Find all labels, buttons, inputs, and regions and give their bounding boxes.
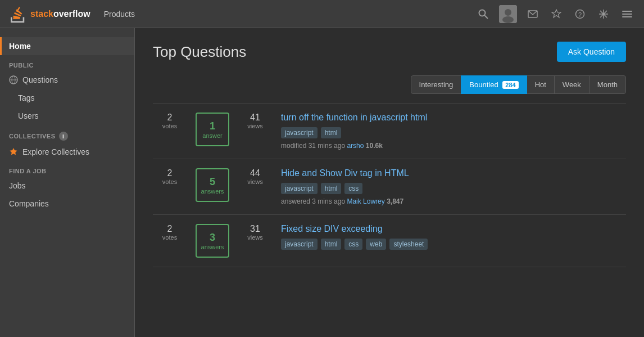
sidebar-find-job-label: FIND A JOB	[0, 161, 134, 177]
tab-week-label: Week	[563, 80, 581, 89]
tag-javascript[interactable]: javascript	[281, 127, 318, 138]
q-rep: 3,847	[387, 197, 403, 205]
sidebar-companies-label: Companies	[9, 199, 49, 208]
q-tags: javascript html css	[281, 183, 626, 194]
sidebar-item-home[interactable]: Home	[0, 37, 134, 55]
questions-list: 2 votes 1 answer 41 views turn off the f…	[153, 103, 626, 267]
collectives-info-icon[interactable]: i	[59, 132, 68, 141]
q-views-stat: 44 views	[238, 168, 272, 185]
nav-products[interactable]: Products	[104, 10, 135, 19]
svg-rect-15	[622, 14, 632, 15]
tab-month[interactable]: Month	[589, 75, 626, 94]
logo-text-before: stack	[30, 9, 53, 19]
sidebar-tags-label: Tags	[18, 93, 35, 102]
q-votes-stat: 2 votes	[153, 224, 187, 241]
votes-label: votes	[162, 234, 177, 241]
inbox-icon[interactable]	[525, 6, 541, 22]
views-label: views	[247, 178, 263, 185]
topbar: stackoverflow Products ?	[0, 0, 644, 28]
svg-point-13	[602, 13, 605, 15]
sidebar-item-jobs[interactable]: Jobs	[0, 177, 134, 195]
page-title: Top Questions	[153, 43, 246, 61]
votes-value: 2	[162, 224, 177, 234]
answers-label: answers	[201, 244, 224, 250]
q-answers-box: 5 answers	[196, 168, 229, 202]
avatar-icon[interactable]	[499, 5, 517, 23]
tab-bountied[interactable]: Bountied 284	[461, 75, 527, 94]
q-votes-stat: 2 votes	[153, 113, 187, 129]
answers-label: answers	[201, 188, 224, 195]
q-title-link[interactable]: turn off the function in javascript html	[281, 113, 626, 123]
explore-collectives-label: Explore Collectives	[22, 147, 89, 156]
q-answers-box: 1 answer	[196, 113, 229, 146]
achievements-icon[interactable]	[548, 6, 564, 22]
svg-line-1	[484, 15, 488, 19]
sidebar-item-tags[interactable]: Tags	[0, 89, 134, 107]
sidebar-item-companies[interactable]: Companies	[0, 195, 134, 213]
ask-question-button[interactable]: Ask Question	[557, 42, 626, 62]
filter-tabs: Interesting Bountied 284 Hot Week Month	[153, 75, 626, 94]
sidebar-public-label: PUBLIC	[0, 55, 134, 71]
tag-html[interactable]: html	[321, 239, 342, 250]
q-author-link[interactable]: Maik Lowrey	[347, 197, 384, 205]
tag-css[interactable]: css	[344, 183, 362, 194]
q-meta-modified: modified 31 mins ago	[281, 142, 345, 150]
q-meta-modified: answered 3 mins ago	[281, 197, 345, 205]
svg-point-0	[479, 10, 486, 16]
table-row: 2 votes 1 answer 41 views turn off the f…	[153, 103, 626, 159]
votes-label: votes	[162, 123, 177, 129]
tag-javascript[interactable]: javascript	[281, 239, 318, 250]
sidebar-collectives-label: COLLECTIVES i	[0, 125, 134, 143]
tab-hot[interactable]: Hot	[527, 75, 555, 94]
tab-bountied-label: Bountied	[469, 80, 498, 89]
logo[interactable]: stackoverflow	[9, 5, 90, 23]
content-area: Top Questions Ask Question Interesting B…	[135, 28, 644, 337]
logo-text: stackoverflow	[30, 9, 90, 19]
tag-stylesheet[interactable]: stylesheet	[389, 239, 428, 250]
sidebar-item-users[interactable]: Users	[0, 107, 134, 125]
votes-value: 2	[162, 168, 177, 178]
tag-javascript[interactable]: javascript	[281, 183, 318, 194]
tag-css[interactable]: css	[344, 239, 362, 250]
q-answers-box: 3 answers	[196, 224, 229, 258]
sidebar-home-label: Home	[9, 42, 31, 51]
tag-html[interactable]: html	[321, 183, 342, 194]
tag-web[interactable]: web	[366, 239, 386, 250]
views-value: 31	[247, 224, 263, 234]
svg-rect-14	[622, 11, 632, 12]
answers-value: 3	[210, 232, 215, 244]
q-views-stat: 41 views	[238, 113, 272, 129]
sidebar-questions-label: Questions	[22, 75, 58, 84]
answers-value: 1	[210, 120, 215, 132]
tab-hot-label: Hot	[535, 80, 546, 89]
tab-interesting[interactable]: Interesting	[411, 75, 462, 94]
q-body: Hide and Show Div tag in HTML javascript…	[281, 168, 626, 205]
tab-week[interactable]: Week	[554, 75, 589, 94]
tab-month-label: Month	[597, 80, 618, 89]
help-icon[interactable]: ?	[572, 6, 588, 22]
q-title-link[interactable]: Fixed size DIV exceeding	[281, 224, 626, 234]
sidebar: Home PUBLIC Questions Tags Users COLLECT…	[0, 28, 135, 337]
views-value: 44	[247, 168, 263, 178]
votes-label: votes	[162, 178, 177, 185]
tag-html[interactable]: html	[321, 127, 342, 138]
sidebar-jobs-label: Jobs	[9, 181, 26, 190]
sidebar-item-explore-collectives[interactable]: Explore Collectives	[0, 143, 134, 161]
snowflake-icon[interactable]	[596, 6, 611, 22]
q-author-link[interactable]: arsho	[347, 142, 364, 150]
sidebar-item-questions[interactable]: Questions	[0, 71, 134, 89]
logo-text-after: overflow	[53, 9, 90, 19]
bountied-badge: 284	[502, 81, 518, 89]
q-body: turn off the function in javascript html…	[281, 113, 626, 150]
views-value: 41	[247, 113, 263, 123]
votes-value: 2	[162, 113, 177, 123]
q-tags: javascript html css web stylesheet	[281, 239, 626, 250]
collectives-icon	[9, 147, 18, 156]
svg-rect-16	[622, 16, 632, 17]
menu-icon[interactable]	[619, 6, 635, 22]
search-icon[interactable]	[475, 6, 491, 22]
q-title-link[interactable]: Hide and Show Div tag in HTML	[281, 168, 626, 178]
svg-text:?: ?	[578, 11, 582, 17]
stackoverflow-logo-icon	[9, 5, 27, 23]
q-votes-stat: 2 votes	[153, 168, 187, 185]
